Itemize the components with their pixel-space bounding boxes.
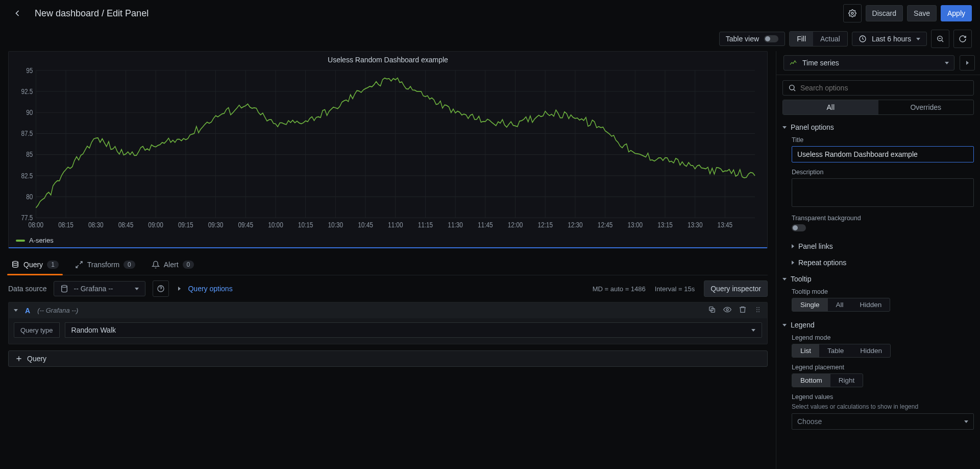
legend-mode-table[interactable]: Table: [819, 344, 852, 357]
query-options-link[interactable]: Query options: [188, 285, 232, 293]
drag-query-icon[interactable]: [754, 306, 762, 315]
side-panel-collapse-icon[interactable]: [960, 55, 975, 71]
svg-text:95: 95: [26, 68, 33, 75]
panel-description-field-label: Description: [792, 169, 974, 176]
time-range-label: Last 6 hours: [872, 35, 911, 43]
table-view-switch[interactable]: [764, 35, 778, 42]
fill-segment[interactable]: Fill: [790, 32, 813, 46]
query-inspector-button[interactable]: Query inspector: [704, 280, 768, 297]
add-query-button[interactable]: Query: [8, 350, 768, 367]
query-letter: A: [25, 307, 30, 315]
tooltip-mode-single[interactable]: Single: [792, 298, 828, 311]
options-search-input[interactable]: [800, 84, 968, 92]
svg-text:08:15: 08:15: [58, 221, 74, 229]
panel-description-input[interactable]: [792, 178, 974, 207]
tooltip-mode-label: Tooltip mode: [792, 288, 974, 295]
add-query-label: Query: [27, 355, 46, 363]
svg-text:10:00: 10:00: [268, 221, 283, 229]
tab-transform[interactable]: Transform 0: [74, 255, 136, 275]
svg-point-0: [851, 12, 853, 14]
breadcrumb: New dashboard / Edit Panel: [35, 8, 149, 19]
data-source-label: Data source: [8, 285, 46, 293]
time-range-picker[interactable]: Last 6 hours: [852, 32, 927, 46]
side-tab-all[interactable]: All: [783, 100, 878, 114]
svg-text:10:30: 10:30: [328, 221, 344, 229]
svg-point-79: [758, 311, 760, 312]
svg-text:85: 85: [26, 150, 33, 158]
fill-actual-toggle: Fill Actual: [789, 31, 848, 46]
tooltip-mode-hidden[interactable]: Hidden: [852, 298, 890, 311]
legend-placement-toggle: Bottom Right: [792, 373, 863, 387]
section-tooltip-label: Tooltip: [791, 275, 811, 283]
legend-mode-hidden[interactable]: Hidden: [852, 344, 890, 357]
settings-icon[interactable]: [843, 4, 862, 22]
legend-mode-list[interactable]: List: [792, 344, 819, 357]
panel-title-input[interactable]: [792, 146, 974, 162]
svg-text:10:45: 10:45: [358, 221, 373, 229]
section-tooltip[interactable]: Tooltip: [782, 270, 974, 286]
query-collapse-icon[interactable]: [14, 309, 18, 312]
tab-transform-badge: 0: [124, 261, 135, 269]
side-tab-overrides[interactable]: Overrides: [878, 100, 974, 114]
svg-text:12:45: 12:45: [598, 221, 613, 229]
section-panel-options-label: Panel options: [791, 123, 834, 131]
svg-text:12:30: 12:30: [568, 221, 583, 229]
section-repeat-options[interactable]: Repeat options: [782, 253, 974, 270]
tab-query[interactable]: Query 1: [10, 255, 60, 275]
section-panel-options[interactable]: Panel options: [782, 118, 974, 134]
svg-text:90: 90: [26, 108, 33, 116]
svg-point-73: [726, 309, 728, 311]
back-arrow-icon[interactable]: [8, 4, 27, 22]
apply-button[interactable]: Apply: [941, 5, 972, 21]
tooltip-mode-all[interactable]: All: [828, 298, 852, 311]
svg-text:09:15: 09:15: [178, 221, 193, 229]
toggle-query-visibility-icon[interactable]: [723, 306, 731, 315]
options-search[interactable]: [782, 80, 974, 96]
svg-text:09:45: 09:45: [238, 221, 253, 229]
query-row-datasource: (-- Grafana --): [37, 307, 78, 314]
legend-placement-bottom[interactable]: Bottom: [792, 374, 830, 387]
svg-text:13:15: 13:15: [657, 221, 673, 229]
visualization-picker[interactable]: Time series: [783, 55, 954, 71]
svg-text:11:00: 11:00: [388, 221, 403, 229]
section-legend[interactable]: Legend: [782, 316, 974, 332]
svg-point-68: [62, 285, 67, 287]
legend-values-select[interactable]: Choose: [792, 413, 974, 430]
chart-plot-area[interactable]: 77.58082.58587.59092.59508:0008:1508:300…: [14, 68, 758, 232]
section-legend-label: Legend: [791, 321, 815, 329]
svg-text:11:30: 11:30: [448, 221, 463, 229]
save-button[interactable]: Save: [907, 5, 937, 21]
database-icon: [11, 261, 19, 269]
refresh-icon[interactable]: [953, 30, 972, 48]
legend-values-hint: Select values or calculations to show in…: [792, 403, 974, 410]
section-panel-links[interactable]: Panel links: [782, 237, 974, 253]
transparent-bg-switch[interactable]: [792, 224, 806, 231]
duplicate-query-icon[interactable]: [708, 306, 716, 315]
timeseries-viz-icon: [789, 59, 797, 67]
delete-query-icon[interactable]: [739, 306, 747, 315]
tab-alert[interactable]: Alert 0: [151, 255, 195, 275]
chevron-right-icon: [178, 287, 181, 291]
zoom-out-icon[interactable]: [931, 30, 949, 48]
plus-icon: [15, 355, 23, 363]
table-view-toggle[interactable]: Table view: [719, 32, 785, 46]
svg-text:12:00: 12:00: [508, 221, 523, 229]
svg-text:08:30: 08:30: [88, 221, 104, 229]
transparent-bg-label: Transparent background: [792, 215, 974, 222]
legend-series-label: A-series: [29, 237, 54, 244]
data-source-select[interactable]: -- Grafana --: [54, 281, 145, 296]
legend-swatch: [16, 240, 25, 242]
discard-button[interactable]: Discard: [866, 5, 903, 21]
chevron-down-icon: [782, 324, 787, 326]
legend-placement-right[interactable]: Right: [830, 374, 863, 387]
actual-segment[interactable]: Actual: [813, 32, 847, 46]
query-type-select[interactable]: Random Walk: [65, 322, 762, 338]
datasource-help-icon[interactable]: [153, 280, 169, 297]
chevron-right-icon: [966, 61, 969, 65]
data-source-value: -- Grafana --: [74, 285, 113, 293]
legend-mode-toggle: List Table Hidden: [792, 344, 891, 358]
table-view-label: Table view: [726, 35, 759, 43]
transform-icon: [75, 261, 83, 269]
chevron-down-icon: [782, 278, 787, 280]
svg-point-78: [756, 311, 757, 312]
